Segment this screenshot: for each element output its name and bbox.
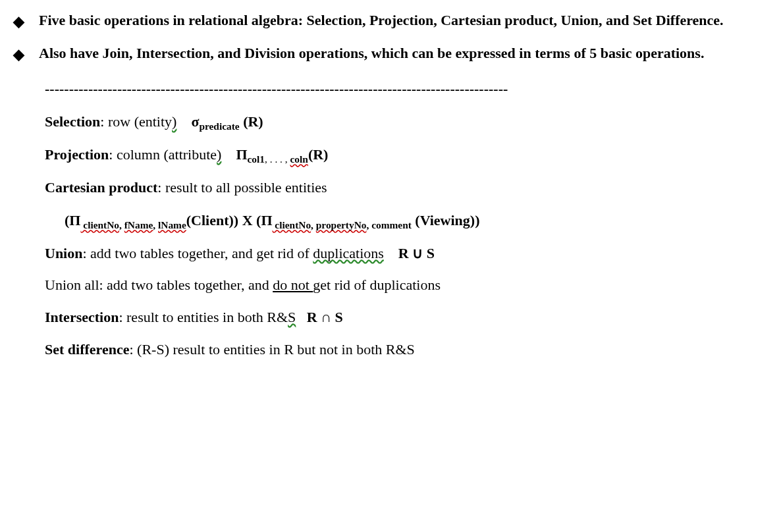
bullet-text: Five basic operations in relational alge… xyxy=(39,7,768,34)
diamond-icon: ◆ xyxy=(13,41,24,68)
union-label: Union xyxy=(45,245,82,261)
cartesian-example: (Π clientNo, fName, lName(Client)) X (Π … xyxy=(65,207,768,235)
projection-line: Projection: column (attribute) Πcol1, . … xyxy=(45,142,768,169)
intersection-formula: R ∩ S xyxy=(307,309,343,325)
selection-label: Selection xyxy=(45,113,100,130)
bullet-text: Also have Join, Intersection, and Divisi… xyxy=(39,40,768,67)
selection-desc: : row (entity xyxy=(100,113,172,130)
unionall-underline: do not xyxy=(273,277,313,293)
bullet-list: ◆ Five basic operations in relational al… xyxy=(13,7,768,68)
cart-s4: clientNo xyxy=(273,219,311,230)
setdiff-label: Set difference xyxy=(45,341,130,358)
cart-s5: propertyNo xyxy=(316,219,367,230)
cart-s3: lName xyxy=(158,219,186,230)
definitions-block: Selection: row (entity) σpredicate (R) P… xyxy=(45,109,768,363)
proj-sub2: coln xyxy=(290,154,308,165)
cart-open: (Π xyxy=(65,212,80,228)
projection-rel: (R) xyxy=(308,146,329,163)
proj-sub1: col1 xyxy=(248,154,265,165)
divider-line: ----------------------------------------… xyxy=(45,75,768,103)
cart-s1: clientNo xyxy=(80,219,119,230)
setdiff-line: Set difference: (R-S) result to entities… xyxy=(45,336,768,363)
cartesian-desc: : result to all possible entities xyxy=(157,179,327,196)
diamond-icon: ◆ xyxy=(13,8,24,36)
unionall-text2: get rid of duplications xyxy=(313,277,441,293)
setdiff-desc: : (R-S) result to entities in R but not … xyxy=(130,341,415,358)
intersection-line: Intersection: result to entities in both… xyxy=(45,304,768,331)
intersection-desc: : result to entities in both R& xyxy=(119,309,288,325)
unionall-line: Union all: add two tables together, and … xyxy=(45,272,768,299)
projection-desc: : column (attribute xyxy=(109,146,217,163)
selection-line: Selection: row (entity) σpredicate (R) xyxy=(45,109,768,136)
cart-s2: fName xyxy=(124,219,153,230)
projection-label: Projection xyxy=(45,146,109,163)
bullet-item: ◆ Also have Join, Intersection, and Divi… xyxy=(13,40,768,68)
cartesian-line: Cartesian product: result to all possibl… xyxy=(45,174,768,201)
union-line: Union: add two tables together, and get … xyxy=(45,240,768,267)
proj-sub-mid: , . . . , xyxy=(265,154,290,165)
selection-subscript: predicate xyxy=(199,121,239,132)
bullet-item: ◆ Five basic operations in relational al… xyxy=(13,7,768,36)
union-formula: R ∪ S xyxy=(398,245,435,261)
unionall-text1: Union all: add two tables together, and xyxy=(45,277,273,293)
selection-rel: (R) xyxy=(240,113,263,130)
union-dup: duplications xyxy=(313,245,384,261)
intersection-label: Intersection xyxy=(45,309,119,325)
union-desc: : add two tables together, and get rid o… xyxy=(82,245,313,261)
sigma-symbol: σ xyxy=(191,113,199,130)
intersection-s: S xyxy=(288,309,296,325)
cartesian-label: Cartesian product xyxy=(45,179,157,196)
cart-s6: comment xyxy=(371,219,412,230)
cart-end: (Viewing)) xyxy=(412,212,480,228)
cart-mid: (Client)) X (Π xyxy=(186,212,273,228)
pi-symbol: Π xyxy=(236,146,247,163)
